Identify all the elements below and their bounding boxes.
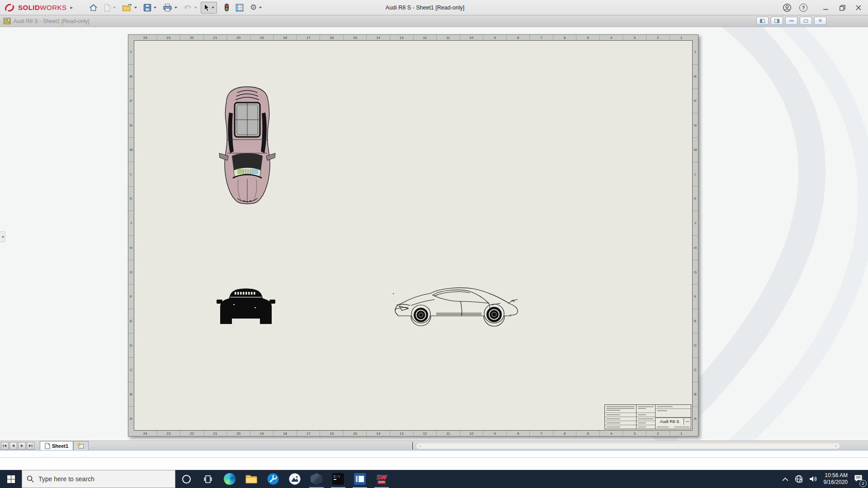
prev-sheet-icon	[12, 444, 15, 448]
sheet-ruler-left: TRPNMLKJHGFEDCBA	[128, 40, 134, 431]
home-button[interactable]	[86, 2, 100, 14]
graphics-area[interactable]: ◀ 24232221201918171615141312111098765432…	[0, 27, 868, 441]
task-view-button[interactable]	[197, 470, 219, 488]
scroll-left-icon[interactable]: ‹	[419, 443, 421, 449]
panel-right-icon	[774, 19, 779, 23]
zone-label: 1	[670, 35, 693, 40]
first-sheet-button[interactable]	[1, 442, 9, 450]
zone-label: 12	[414, 431, 437, 436]
taskbar-app-edge[interactable]	[219, 470, 241, 488]
scroll-right-icon[interactable]: ›	[835, 443, 837, 449]
print-button[interactable]	[160, 2, 180, 14]
doc-minimize-button[interactable]	[785, 17, 797, 25]
help-button[interactable]: ?	[797, 1, 810, 14]
zone-label: 24	[134, 35, 157, 40]
zone-label: B	[693, 382, 698, 407]
taskbar-app-media[interactable]	[349, 470, 371, 488]
main-toolbar: ⚙	[86, 2, 264, 14]
taskbar-search[interactable]	[22, 470, 175, 488]
cortana-button[interactable]	[175, 470, 197, 488]
solidworks-app-icon: SW 2020	[377, 474, 387, 484]
solidworks-mark-icon	[5, 3, 16, 12]
select-tool-button[interactable]	[201, 2, 217, 14]
horizontal-scrollbar[interactable]: ‹ ›	[416, 443, 840, 449]
volume-icon[interactable]	[809, 475, 817, 483]
zone-label: K	[128, 187, 134, 211]
zone-label: 2	[646, 35, 670, 40]
zone-label: L	[128, 162, 134, 187]
next-sheet-button[interactable]	[18, 442, 26, 450]
system-tray: 10:56 AM 9/16/2020 2	[782, 470, 868, 488]
zone-label: T	[128, 40, 134, 65]
taskbar-app-photos[interactable]	[284, 470, 306, 488]
doc-close-button[interactable]: ✕	[814, 17, 826, 25]
zone-label: P	[693, 89, 698, 113]
restore-button[interactable]	[835, 1, 849, 14]
options-button[interactable]: ⚙	[247, 2, 264, 14]
search-input[interactable]	[38, 475, 156, 483]
add-sheet-button[interactable]	[73, 441, 89, 450]
zone-label: 8	[507, 431, 530, 436]
sheet-ruler-right: TRPNMLKJHGFEDCBA	[693, 40, 698, 431]
taskbar-app-file-explorer[interactable]	[241, 470, 262, 488]
zone-label: C	[693, 358, 698, 382]
title-block-title: Audi R8 S	[656, 418, 684, 425]
sheet-tab-bar: Sheet1 ‹ ›	[0, 441, 868, 450]
drawing-sheet[interactable]: 242322212019181716151413121110987654321 …	[128, 34, 698, 436]
network-globe-icon[interactable]	[795, 475, 803, 483]
zone-label: 24	[134, 431, 157, 436]
sheet-paper[interactable]: Audi R8 S	[134, 40, 693, 431]
doc-restore-button[interactable]	[800, 17, 812, 25]
zone-label: 11	[437, 431, 460, 436]
search-icon	[27, 475, 34, 483]
zone-label: 12	[414, 35, 437, 40]
notification-center-button[interactable]: 2	[854, 474, 863, 484]
zone-label: G	[128, 260, 134, 285]
zone-label: 14	[367, 431, 390, 436]
drawing-view-front[interactable]	[217, 286, 275, 325]
start-button[interactable]	[0, 470, 22, 488]
panel-collapse-arrow[interactable]: ◀	[0, 231, 5, 242]
solidworks-logo[interactable]: SOLIDWORKS	[5, 3, 67, 12]
toggle-left-panel-button[interactable]	[756, 17, 769, 25]
toolbar-flyout-arrow[interactable]: ▸	[71, 5, 73, 10]
toggle-right-panel-button[interactable]	[771, 17, 783, 25]
close-button[interactable]	[852, 1, 865, 14]
prev-sheet-button[interactable]	[9, 442, 17, 450]
zone-label: M	[128, 138, 134, 162]
zone-label: 23	[157, 431, 181, 436]
zone-label: 14	[367, 35, 390, 40]
bom-table-button[interactable]	[233, 2, 246, 14]
taskbar-app-tools[interactable]	[262, 470, 284, 488]
zone-label: 21	[204, 431, 227, 436]
open-button[interactable]	[119, 2, 140, 14]
zone-label: 7	[530, 431, 553, 436]
drawing-view-side[interactable]	[393, 284, 521, 327]
clock[interactable]: 10:56 AM 9/16/2020	[824, 472, 848, 486]
taskbar-app-hexagon[interactable]	[306, 470, 327, 488]
edge-icon	[224, 473, 236, 485]
panel-left-icon	[760, 19, 765, 23]
titlebar-controls: ?	[780, 0, 865, 15]
zone-label: H	[693, 236, 698, 260]
doc-restore-icon	[804, 19, 808, 23]
drawing-view-top[interactable]	[217, 84, 277, 209]
document-titlebar: Audi R8 S - Sheet1 [Read-only] ✕	[0, 15, 868, 27]
rebuild-button[interactable]	[222, 2, 232, 14]
tabbar-splitter[interactable]	[412, 442, 413, 450]
zone-label: N	[693, 113, 698, 138]
taskbar-app-command-prompt[interactable]: C:\	[327, 470, 349, 488]
account-button[interactable]	[780, 1, 794, 14]
tab-sheet1[interactable]: Sheet1	[40, 441, 73, 450]
zone-label: 5	[576, 431, 600, 436]
tray-chevron-icon[interactable]	[782, 477, 788, 481]
zone-label: B	[128, 382, 134, 407]
help-icon: ?	[799, 4, 807, 12]
last-sheet-button[interactable]	[27, 442, 34, 450]
minimize-button[interactable]	[819, 1, 833, 14]
save-button[interactable]	[141, 2, 159, 14]
zone-label: 3	[623, 35, 646, 40]
print-icon	[163, 4, 172, 12]
zone-label: F	[693, 285, 698, 309]
taskbar-app-solidworks[interactable]: SW 2020	[371, 470, 392, 488]
